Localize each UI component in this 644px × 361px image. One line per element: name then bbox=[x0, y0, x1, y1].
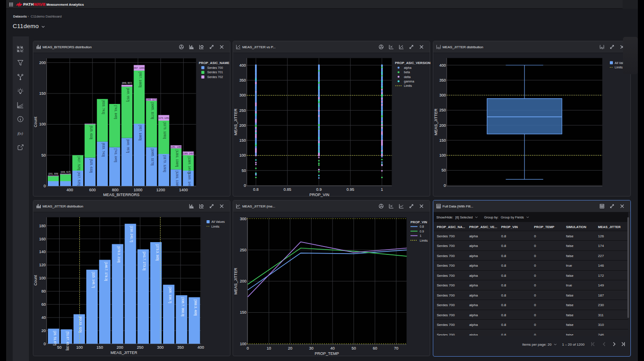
svg-text:300: 300 bbox=[239, 93, 246, 97]
svg-text:250: 250 bbox=[137, 345, 143, 350]
svg-text:200: 200 bbox=[39, 61, 46, 65]
svg-text:[417, 525]: [417, 525] bbox=[77, 172, 81, 186]
svg-text:50: 50 bbox=[442, 168, 446, 172]
svg-text:MEAS_JITTER: MEAS_JITTER bbox=[110, 350, 138, 355]
svg-text:[525, 633]: [525, 633] bbox=[89, 125, 93, 139]
svg-text:[336.7, 368.3]: [336.7, 368.3] bbox=[181, 297, 184, 316]
svg-text:gamma: gamma bbox=[404, 80, 414, 83]
svg-text:Serdes 700: Serdes 700 bbox=[207, 66, 223, 69]
svg-text:150: 150 bbox=[239, 138, 246, 143]
svg-text:MEAS_JITTER: MEAS_JITTER bbox=[234, 108, 238, 136]
svg-text:20: 20 bbox=[41, 329, 46, 333]
svg-text:Limits: Limits bbox=[420, 239, 428, 242]
svg-text:[525, 633]: [525, 633] bbox=[89, 159, 93, 173]
svg-text:[1173, 1281]: [1173, 1281] bbox=[163, 155, 166, 172]
svg-text:[201, 309]: [201, 309] bbox=[48, 172, 58, 175]
svg-text:160: 160 bbox=[39, 237, 46, 241]
svg-text:PROP_TEMP: PROP_TEMP bbox=[315, 351, 339, 356]
svg-text:70: 70 bbox=[394, 346, 398, 350]
svg-text:f(x): f(x) bbox=[18, 131, 23, 136]
svg-text:0: 0 bbox=[43, 342, 46, 346]
svg-text:Limits: Limits bbox=[615, 66, 623, 69]
svg-text:[368.3, 400]: [368.3, 400] bbox=[194, 300, 197, 316]
svg-text:0: 0 bbox=[244, 183, 246, 188]
svg-text:[957, 1065]: [957, 1065] bbox=[138, 72, 142, 87]
svg-text:[115, 146.7]: [115, 146.7] bbox=[92, 272, 95, 288]
svg-text:[957, 1065]: [957, 1065] bbox=[138, 125, 142, 140]
svg-text:0: 0 bbox=[247, 346, 249, 350]
svg-text:400: 400 bbox=[239, 63, 246, 68]
svg-text:delta: delta bbox=[404, 75, 410, 79]
svg-text:[273.3, 305]: [273.3, 305] bbox=[156, 244, 159, 261]
svg-text:0.85: 0.85 bbox=[283, 187, 291, 192]
svg-text:MEAS_JITTER: MEAS_JITTER bbox=[434, 108, 438, 136]
svg-text:100: 100 bbox=[439, 153, 446, 157]
svg-text:Serdes 701: Serdes 701 bbox=[207, 71, 223, 74]
svg-text:Serdes 702: Serdes 702 bbox=[207, 75, 223, 79]
svg-text:200: 200 bbox=[439, 123, 446, 128]
svg-text:150: 150 bbox=[39, 91, 46, 96]
svg-text:1: 1 bbox=[420, 234, 421, 237]
svg-text:20: 20 bbox=[288, 346, 292, 350]
svg-text:40: 40 bbox=[41, 315, 46, 320]
svg-text:100: 100 bbox=[39, 122, 46, 126]
svg-text:350: 350 bbox=[239, 78, 246, 82]
svg-text:Limits: Limits bbox=[404, 84, 412, 87]
svg-text:All Values: All Values bbox=[212, 220, 225, 223]
svg-text:0: 0 bbox=[43, 184, 46, 188]
svg-text:PROP_VIN: PROP_VIN bbox=[309, 193, 329, 197]
svg-text:200: 200 bbox=[117, 345, 123, 350]
svg-text:0.95: 0.95 bbox=[347, 187, 354, 192]
svg-text:80: 80 bbox=[41, 289, 46, 293]
svg-text:300: 300 bbox=[439, 93, 446, 97]
svg-text:MEAS_BITERRORS: MEAS_BITERRORS bbox=[103, 193, 139, 197]
svg-text:30: 30 bbox=[309, 346, 314, 350]
svg-text:[51.67, 83.33]: [51.67, 83.33] bbox=[66, 332, 69, 350]
svg-text:100: 100 bbox=[39, 276, 46, 280]
svg-text:0.8: 0.8 bbox=[253, 187, 259, 192]
svg-text:0.9: 0.9 bbox=[420, 230, 424, 233]
svg-text:beta: beta bbox=[404, 71, 410, 74]
svg-text:Limits: Limits bbox=[212, 225, 220, 228]
svg-text:1200: 1200 bbox=[156, 188, 165, 192]
svg-text:[1065, 1173]: [1065, 1173] bbox=[151, 102, 154, 119]
svg-text:250: 250 bbox=[239, 108, 246, 113]
svg-text:[633, 741]: [633, 741] bbox=[102, 143, 105, 157]
svg-text:600: 600 bbox=[89, 188, 96, 192]
svg-text:[210, 241.7]: [210, 241.7] bbox=[130, 226, 133, 242]
svg-text:[83.33, 115]: [83.33, 115] bbox=[78, 316, 82, 332]
svg-text:PROP_ASIC_NAME: PROP_ASIC_NAME bbox=[199, 61, 230, 65]
svg-text:[849, 957]: [849, 957] bbox=[126, 139, 130, 153]
svg-text:50: 50 bbox=[57, 345, 61, 350]
svg-text:MEAS_JITTER: MEAS_JITTER bbox=[234, 268, 238, 295]
svg-text:400: 400 bbox=[439, 63, 446, 68]
svg-text:[417, 525]: [417, 525] bbox=[77, 157, 81, 170]
svg-text:100: 100 bbox=[240, 342, 246, 346]
svg-text:0.9: 0.9 bbox=[316, 187, 322, 192]
svg-text:150: 150 bbox=[240, 310, 246, 315]
svg-text:300: 300 bbox=[157, 345, 163, 350]
svg-text:[241.7, 273.3]: [241.7, 273.3] bbox=[142, 251, 146, 270]
svg-text:50: 50 bbox=[351, 346, 356, 350]
svg-text:200: 200 bbox=[240, 279, 246, 283]
svg-text:Count: Count bbox=[33, 275, 38, 286]
svg-text:[741, 849]: [741, 849] bbox=[114, 105, 117, 119]
svg-text:400: 400 bbox=[198, 345, 204, 350]
svg-text:40: 40 bbox=[330, 346, 335, 350]
svg-text:250: 250 bbox=[439, 108, 446, 112]
svg-text:PROP_VIN: PROP_VIN bbox=[410, 220, 427, 224]
svg-text:1: 1 bbox=[381, 187, 383, 192]
svg-text:60: 60 bbox=[373, 346, 377, 350]
svg-text:Count: Count bbox=[33, 117, 38, 128]
svg-text:0: 0 bbox=[444, 183, 446, 188]
svg-text:[1065, 1173]: [1065, 1173] bbox=[151, 149, 154, 165]
svg-text:[849, 957]: [849, 957] bbox=[122, 82, 132, 84]
svg-text:150: 150 bbox=[439, 138, 446, 143]
svg-text:120: 120 bbox=[39, 263, 46, 267]
svg-text:800: 800 bbox=[112, 188, 118, 192]
svg-text:300: 300 bbox=[240, 217, 246, 221]
svg-text:400: 400 bbox=[67, 188, 73, 192]
svg-text:[741, 849]: [741, 849] bbox=[114, 149, 117, 162]
svg-text:alpha: alpha bbox=[404, 66, 411, 70]
svg-text:150: 150 bbox=[96, 345, 103, 350]
